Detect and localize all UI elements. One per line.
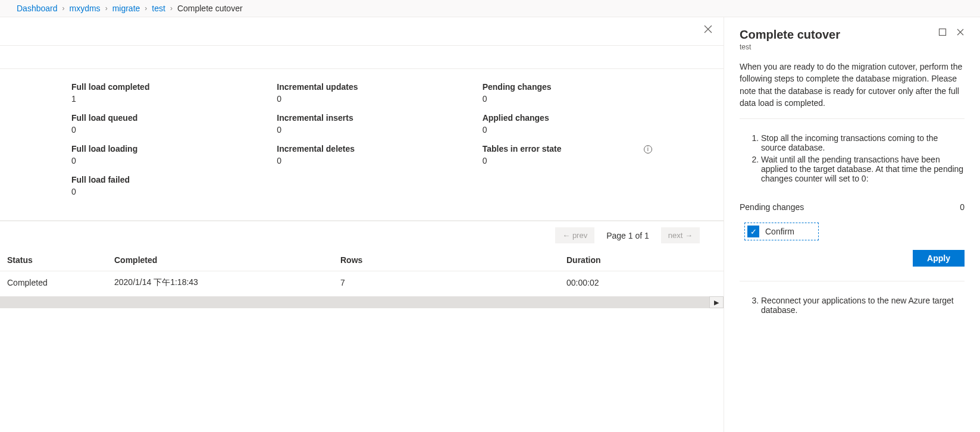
metric-value: 0 <box>483 94 652 104</box>
close-panel-icon[interactable] <box>956 28 965 38</box>
metric-value: 0 <box>71 125 241 134</box>
metric-value: 0 <box>277 125 446 134</box>
panel-step-3: Reconnect your applications to the new A… <box>761 296 965 315</box>
metrics-col-1: Full load completed 1 Full load queued 0… <box>71 82 241 196</box>
col-status[interactable]: Status <box>0 249 107 271</box>
metric-value: 0 <box>71 187 241 196</box>
metric-full-load-queued: Full load queued 0 <box>71 113 241 134</box>
breadcrumb-test[interactable]: test <box>152 4 165 13</box>
metric-label: Incremental deletes <box>277 144 446 154</box>
divider <box>740 118 965 119</box>
breadcrumb: Dashboard › mxydms › migrate › test › Co… <box>0 0 980 17</box>
breadcrumb-mxydms[interactable]: mxydms <box>70 4 101 13</box>
metric-value: 0 <box>277 94 446 104</box>
scroll-right-icon[interactable]: ▶ <box>709 296 724 308</box>
cell-status: Completed <box>0 271 107 295</box>
metric-label: Incremental inserts <box>277 113 446 123</box>
page-indicator: Page 1 of 1 <box>606 231 649 240</box>
metric-pending-changes: Pending changes 0 <box>483 82 652 104</box>
cell-duration: 00:00:02 <box>559 271 724 295</box>
breadcrumb-sep: › <box>105 4 108 12</box>
panel-steps-1-2: Stop all the incoming transactions comin… <box>740 133 965 186</box>
results-table: Status Completed Rows Duration Completed… <box>0 249 724 294</box>
metric-full-load-completed: Full load completed 1 <box>71 82 241 104</box>
metrics-col-3: Pending changes 0 Applied changes 0 Tabl… <box>483 82 652 196</box>
table-header-row: Status Completed Rows Duration <box>0 249 724 271</box>
horizontal-scrollbar[interactable]: ▶ <box>0 296 724 308</box>
metric-incremental-inserts: Incremental inserts 0 <box>277 113 446 134</box>
table-row[interactable]: Completed 2020/1/14 下午1:18:43 7 00:00:02 <box>0 271 724 295</box>
next-button[interactable]: next → <box>661 227 700 243</box>
metric-value: 0 <box>483 156 639 165</box>
metric-value: 1 <box>71 94 241 104</box>
metrics-grid: Full load completed 1 Full load queued 0… <box>0 68 724 221</box>
metric-value: 0 <box>483 125 652 134</box>
metric-tables-error: Tables in error state 0 i <box>483 144 652 165</box>
breadcrumb-sep: › <box>62 4 65 12</box>
metric-full-load-loading: Full load loading 0 <box>71 144 241 165</box>
col-completed[interactable]: Completed <box>107 249 333 271</box>
info-icon[interactable]: i <box>644 145 652 154</box>
panel-step-2: Wait until all the pending transactions … <box>761 155 965 183</box>
col-rows[interactable]: Rows <box>333 249 559 271</box>
breadcrumb-current: Complete cutover <box>177 4 243 13</box>
metric-incremental-deletes: Incremental deletes 0 <box>277 144 446 165</box>
close-icon[interactable] <box>703 24 713 36</box>
metric-label: Applied changes <box>483 113 652 123</box>
metric-incremental-updates: Incremental updates 0 <box>277 82 446 104</box>
metric-label: Full load failed <box>71 175 241 184</box>
metric-value: 0 <box>277 156 446 165</box>
svg-rect-0 <box>940 29 946 36</box>
metric-label: Full load loading <box>71 144 241 154</box>
col-duration[interactable]: Duration <box>559 249 724 271</box>
metric-value: 0 <box>71 156 241 165</box>
metric-label: Incremental updates <box>277 82 446 92</box>
panel-title: Complete cutover <box>740 28 840 42</box>
panel-pending-label: Pending changes <box>740 202 804 212</box>
breadcrumb-migrate[interactable]: migrate <box>112 4 140 13</box>
metric-label: Full load completed <box>71 82 241 92</box>
metric-label: Pending changes <box>483 82 652 92</box>
metric-label: Full load queued <box>71 113 241 123</box>
apply-button[interactable]: Apply <box>913 250 965 267</box>
breadcrumb-sep: › <box>170 4 173 12</box>
panel-steps-3: Reconnect your applications to the new A… <box>740 296 965 317</box>
panel-step-1: Stop all the incoming transactions comin… <box>761 133 965 152</box>
confirm-checkbox-wrap[interactable]: ✓ Confirm <box>744 223 819 240</box>
toolbar-placeholder <box>0 17 724 46</box>
paging-bar: ← prev Page 1 of 1 next → <box>0 221 724 249</box>
confirm-label: Confirm <box>765 227 794 236</box>
breadcrumb-dashboard[interactable]: Dashboard <box>17 4 58 13</box>
prev-button[interactable]: ← prev <box>555 227 594 243</box>
divider <box>740 281 965 281</box>
metric-full-load-failed: Full load failed 0 <box>71 175 241 196</box>
maximize-icon[interactable] <box>938 28 947 38</box>
metric-applied-changes: Applied changes 0 <box>483 113 652 134</box>
checkmark-icon[interactable]: ✓ <box>747 226 759 237</box>
panel-pending-value: 0 <box>960 202 965 212</box>
results-table-wrap: Status Completed Rows Duration Completed… <box>0 249 724 308</box>
breadcrumb-sep: › <box>145 4 147 12</box>
metric-label: Tables in error state <box>483 144 639 154</box>
panel-pending-row: Pending changes 0 <box>740 202 965 212</box>
panel-intro: When you are ready to do the migration c… <box>740 61 965 109</box>
cutover-panel: Complete cutover test When you are ready… <box>724 17 980 432</box>
panel-subtitle: test <box>740 43 840 51</box>
metrics-col-2: Incremental updates 0 Incremental insert… <box>277 82 446 196</box>
main-content: Full load completed 1 Full load queued 0… <box>0 17 724 432</box>
cell-completed: 2020/1/14 下午1:18:43 <box>107 271 333 295</box>
cell-rows: 7 <box>333 271 559 295</box>
